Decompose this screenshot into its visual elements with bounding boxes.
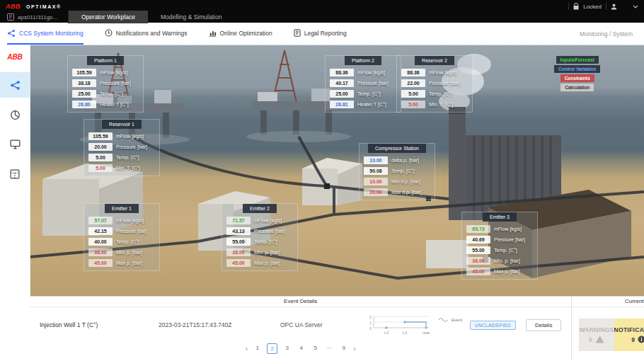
panel-label: mFlow [kg/s] [254,218,282,223]
panel-value: 25.00 [72,90,96,98]
sidebar-item-apps[interactable] [0,161,30,187]
monitor-icon [10,139,21,149]
panel-row: 42.15 Pressure [bar] [88,227,155,235]
locked-label[interactable]: Locked [583,4,602,10]
panel-row: 5.00 Temp. [C°] [88,154,155,161]
nav-online-optimization[interactable]: Online Optimization [209,23,272,45]
pagination-pages: 12345···9 [253,343,348,354]
panel-label: mFlow [kg/s] [429,70,456,75]
nav-label: Notifications and Warnings [116,30,188,37]
nav-ccs-system-monitoring[interactable]: CCS System Monitoring [7,23,84,45]
panel-value: 57.07 [88,217,113,224]
workspace-tab-label: aps011/311go... [18,14,57,21]
panel-row: 45.00 Max p. [bar] [88,259,155,267]
user-icon[interactable] [611,4,617,10]
scene-panel: Reservoir 2 88.36 mFlow [kg/s] 22.00 Pre… [396,55,473,113]
sidebar-item-analytics[interactable] [0,102,30,127]
panel-row: 25.00 Temp. [C°] [72,90,139,98]
panel-row: 38.18 Pressure [bar] [72,79,139,87]
panel-row: 5.00 Min. T. [C°] [401,101,468,108]
panel-label: Temp. [C°] [116,239,139,244]
panel-row: 71.57 mFlow [kg/s] [226,217,293,224]
nav-notifications-warnings[interactable]: Notifications and Warnings [105,23,188,45]
panel-value: 20.00 [88,143,113,151]
page-number[interactable]: 3 [282,343,292,353]
page-number[interactable]: 1 [253,343,262,353]
panel-row: 26.80 Heater T [C°] [72,101,139,108]
bottom-panel: Event Details Injection Well 1 T (C°) 20… [30,296,644,361]
panel-value: 43.13 [226,227,251,235]
panel-value: 50.08 [364,167,388,175]
panel-label: mFlow [kg/s] [100,70,127,75]
panel-row: 5.00 Temp. [C°] [401,90,468,98]
tab-modelling-simulation[interactable]: Modelling & Simulation [148,11,234,23]
panel-label: Min. p. [bar] [494,258,520,263]
panel-rows: 65.73 mFlow [kg/s] 40.69 Pressure [bar] … [462,222,537,275]
panel-row: 55.00 Temp. [C°] [466,246,533,254]
panel-row: 40.17 Pressure [bar] [330,79,396,87]
network-icon [7,29,16,38]
panel-value: 42.15 [88,227,113,235]
y-tick: 0 [369,326,372,331]
panel-title: Emitter 3 [483,212,517,222]
panel-value: 55.00 [226,238,251,246]
event-row[interactable]: Injection Well 1 T (C°) 2023-03-21T15:17… [30,307,571,337]
panel-value: 5.00 [88,164,113,172]
panel-label: Pressure [bar] [494,237,525,242]
panel-value: 38.00 [226,248,251,256]
tab-label: Operator Workplace [81,13,135,21]
sidebar-item-system-view[interactable] [0,72,30,98]
page-number[interactable]: 9 [339,343,348,353]
scene-panel: Emitter 2 71.57 mFlow [kg/s] 43.13 Press… [222,203,298,271]
panel-row: 38.00 Min. p. [bar] [88,248,155,256]
details-button[interactable]: Details [526,319,561,331]
panel-row: 55.00 Temp. [C°] [226,238,293,246]
page-next-icon[interactable]: › [353,344,355,353]
panel-row: 40.00 Temp. [C°] [88,238,155,246]
panel-value: 5.00 [401,101,425,108]
warnings-card[interactable]: WARNINGS 0 [579,319,614,351]
pie-chart-icon [10,110,21,120]
panel-value: 40.17 [330,79,354,87]
x-tick: now [422,331,430,335]
page-number[interactable]: 4 [297,343,306,353]
page-number[interactable]: 2 [267,343,277,354]
panel-label: Temp. [C°] [254,239,277,244]
scene-panel: Emitter 3 65.73 mFlow [kg/s] 40.69 Press… [461,212,538,280]
nav-label: Online Optimization [220,30,272,37]
page-number[interactable]: ··· [325,343,334,353]
scene-panel: Platform 2 88.36 mFlow [kg/s] 40.17 Pres… [325,55,401,113]
panel-label: Pressure [bar] [116,229,147,234]
legend-item: Calculation [560,84,594,91]
workspace-tab[interactable]: aps011/311go... [0,11,69,23]
page-number[interactable]: 5 [311,343,320,353]
panel-value: 26.81 [330,101,354,108]
notifications-label: NOTIFICATIONS [614,326,644,333]
panel-value: 38.18 [72,79,96,87]
panel-label: mFlow [kg/s] [494,227,522,231]
nav-label: Legal Reporting [304,30,347,37]
panel-value: 38.00 [466,257,490,265]
chevron-down-icon[interactable] [633,5,638,8]
panel-label: delta p. [bar] [391,158,419,163]
divider [606,3,606,10]
panel-row: 10.00 delta p. [bar] [364,156,430,164]
panel-value: 105.59 [72,69,96,76]
panel-value: 65.73 [466,225,490,233]
breadcrumb: Monitoring / System [580,23,644,45]
panel-rows: 88.36 mFlow [kg/s] 22.00 Pressure [bar] … [397,65,472,108]
panel-label: Max p. [bar] [254,260,280,265]
panel-row: 20.00 Max d.p. [bar] [364,188,430,196]
panel-label: Pressure [bar] [100,81,131,86]
sidebar-item-displays[interactable] [0,132,30,157]
panel-label: Temp. [C°] [494,248,517,253]
page-prev-icon[interactable]: ‹ [246,344,248,353]
legend-item: Control Variables [554,65,600,73]
nav-legal-reporting[interactable]: Legal Reporting [294,23,347,45]
panel-row: 25.00 Temp. [C°] [330,90,396,98]
panel-label: Max p. [bar] [494,269,520,274]
notifications-card[interactable]: NOTIFICATIONS 9 [614,319,644,351]
tab-operator-workplace[interactable]: Operator Workplace [69,11,148,23]
panel-value: 5.00 [401,90,425,98]
y-tick: 2 [369,315,372,319]
